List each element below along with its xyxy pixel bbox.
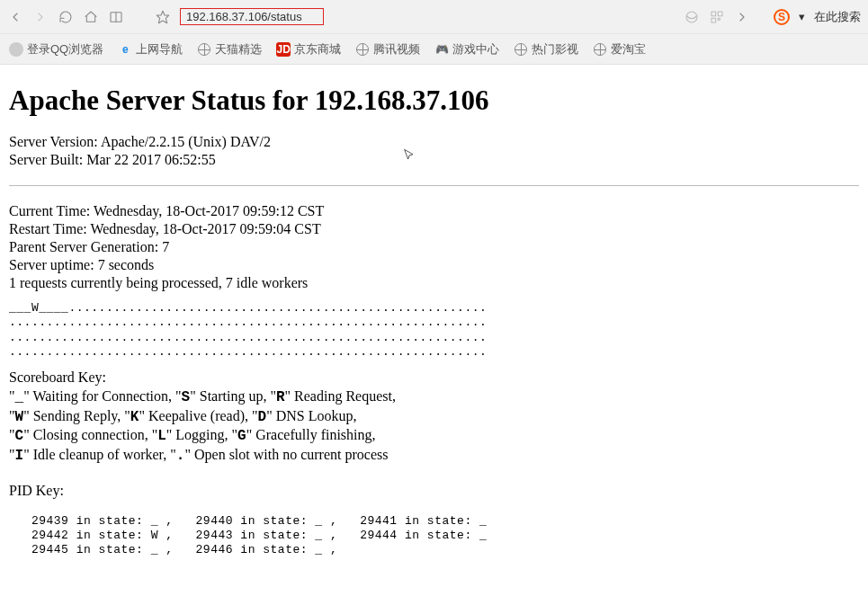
server-version-label: Server Version: xyxy=(9,134,101,149)
bookmark-label: 上网导航 xyxy=(136,41,183,58)
page-title-prefix: Apache Server Status for xyxy=(9,85,315,116)
parent-gen-value: 7 xyxy=(162,239,169,254)
bookmark-label: 登录QQ浏览器 xyxy=(27,41,103,58)
globe-icon xyxy=(197,42,211,57)
globe-icon xyxy=(593,42,607,57)
workers-line: 1 requests currently being processed, 7 … xyxy=(9,274,859,292)
compat-icon[interactable] xyxy=(684,9,700,25)
restart-time-value: Wednesday, 18-Oct-2017 09:59:04 CST xyxy=(90,221,320,236)
scoreboard-key-line: "C" Closing connection, "L" Logging, "G"… xyxy=(9,426,859,446)
bookmark-item[interactable]: 热门影视 xyxy=(514,41,578,58)
search-hint[interactable]: 在此搜索 xyxy=(814,9,861,25)
page-title: Apache Server Status for 192.168.37.106 xyxy=(9,85,859,117)
forward-button[interactable] xyxy=(32,9,49,25)
home-button[interactable] xyxy=(83,9,99,25)
divider xyxy=(9,185,859,186)
reload-button[interactable] xyxy=(58,9,74,25)
bookmark-item[interactable]: 登录QQ浏览器 xyxy=(9,41,103,58)
scoreboard-key-heading: Scoreboard Key: xyxy=(9,369,859,387)
scoreboard-key-line: "_" Waiting for Connection, "S" Starting… xyxy=(9,387,859,407)
svg-rect-7 xyxy=(718,18,720,20)
dropdown-caret-icon[interactable]: ▾ xyxy=(799,10,805,23)
current-time-line: Current Time: Wednesday, 18-Oct-2017 09:… xyxy=(9,202,859,220)
reader-button[interactable] xyxy=(108,9,124,25)
restart-time-label: Restart Time: xyxy=(9,221,90,236)
qq-avatar-icon xyxy=(9,42,23,57)
url-input[interactable]: 192.168.37.106/status xyxy=(180,8,324,25)
browser-chrome: 192.168.37.106/status S ▾ 在此搜索 登录QQ浏览器e上… xyxy=(0,0,868,65)
uptime-label: Server uptime: xyxy=(9,257,98,272)
address-bar-row: 192.168.37.106/status S ▾ 在此搜索 xyxy=(0,0,868,34)
server-version-line: Server Version: Apache/2.2.15 (Unix) DAV… xyxy=(9,133,859,151)
bookmarks-bar: 登录QQ浏览器e上网导航天猫精选JD京东商城腾讯视频🎮游戏中心热门影视爱淘宝 xyxy=(0,34,868,65)
bookmark-label: 腾讯视频 xyxy=(373,41,420,58)
current-time-label: Current Time: xyxy=(9,203,94,218)
bookmark-label: 游戏中心 xyxy=(452,41,499,58)
parent-gen-label: Parent Server Generation: xyxy=(9,239,162,254)
pid-key-heading: PID Key: xyxy=(9,482,859,500)
bookmark-item[interactable]: 天猫精选 xyxy=(197,41,262,58)
server-built-value: Mar 22 2017 06:52:55 xyxy=(86,152,216,167)
bookmark-item[interactable]: 爱淘宝 xyxy=(593,41,646,58)
scoreboard-key: Scoreboard Key: "_" Waiting for Connecti… xyxy=(9,369,859,466)
pid-key-block: 29439 in state: _ , 29440 in state: _ , … xyxy=(9,514,859,558)
bookmark-item[interactable]: e上网导航 xyxy=(118,41,183,58)
uptime-line: Server uptime: 7 seconds xyxy=(9,256,859,274)
back-button[interactable] xyxy=(7,9,23,25)
bookmark-label: 京东商城 xyxy=(294,41,341,58)
scoreboard: ___W____................................… xyxy=(9,301,859,360)
current-time-value: Wednesday, 18-Oct-2017 09:59:12 CST xyxy=(94,203,324,218)
qr-icon[interactable] xyxy=(709,9,725,25)
jd-icon: JD xyxy=(276,42,291,57)
bookmark-label: 天猫精选 xyxy=(215,41,262,58)
globe-icon xyxy=(355,42,370,57)
scoreboard-key-line: "I" Idle cleanup of worker, "." Open slo… xyxy=(9,446,859,466)
svg-marker-2 xyxy=(157,11,168,22)
gamepad-icon: 🎮 xyxy=(434,42,449,57)
uptime-value: 7 seconds xyxy=(98,257,155,272)
server-built-label: Server Built: xyxy=(9,152,86,167)
server-version-value: Apache/2.2.15 (Unix) DAV/2 xyxy=(101,134,271,149)
bookmark-item[interactable]: 🎮游戏中心 xyxy=(434,41,499,58)
parent-gen-line: Parent Server Generation: 7 xyxy=(9,238,859,256)
star-icon[interactable] xyxy=(155,9,171,25)
scoreboard-key-line: "W" Sending Reply, "K" Keepalive (read),… xyxy=(9,407,859,427)
globe-icon xyxy=(514,42,528,57)
bookmark-label: 热门影视 xyxy=(532,41,578,58)
server-built-line: Server Built: Mar 22 2017 06:52:55 xyxy=(9,151,859,169)
bookmark-item[interactable]: 腾讯视频 xyxy=(355,41,420,58)
bookmark-label: 爱淘宝 xyxy=(611,41,646,58)
bookmark-item[interactable]: JD京东商城 xyxy=(276,41,341,58)
page-title-host: 192.168.37.106 xyxy=(315,85,489,116)
restart-time-line: Restart Time: Wednesday, 18-Oct-2017 09:… xyxy=(9,220,859,238)
page-content: Apache Server Status for 192.168.37.106 … xyxy=(0,65,868,576)
svg-rect-4 xyxy=(711,12,716,16)
overflow-button[interactable] xyxy=(734,9,750,25)
svg-rect-6 xyxy=(711,18,716,22)
sogou-icon[interactable]: S xyxy=(774,9,790,25)
e-nav-icon: e xyxy=(118,42,132,57)
svg-rect-5 xyxy=(718,12,722,16)
